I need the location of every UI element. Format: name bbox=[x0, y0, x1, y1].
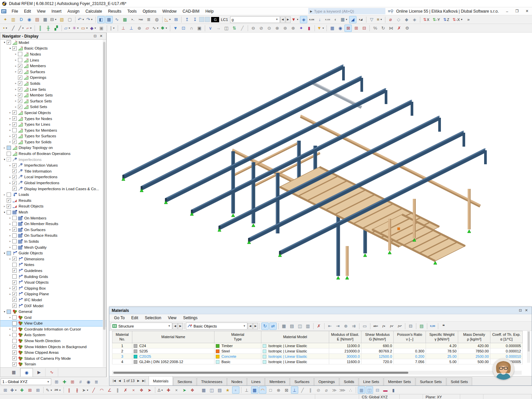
tree-checkbox[interactable]: ✓ bbox=[12, 140, 17, 144]
member-hinge[interactable]: ⊚ bbox=[136, 25, 143, 32]
tree-checkbox[interactable]: ✓ bbox=[12, 292, 17, 296]
view-z-button[interactable]: ⇅Z bbox=[442, 16, 451, 23]
mirror-objects[interactable]: ⋈ bbox=[387, 25, 395, 32]
tree-item-solids[interactable]: ▸✓Solids bbox=[0, 80, 106, 86]
tree-checkbox[interactable]: ✓ bbox=[18, 87, 22, 91]
tree-item-loads[interactable]: ▸Loads bbox=[0, 192, 106, 198]
pin-tool[interactable]: ▮ bbox=[306, 25, 313, 32]
tree-item-building-grids[interactable]: Building Grids bbox=[0, 274, 106, 280]
snap-dots[interactable]: ∴ bbox=[347, 386, 354, 394]
rename-cell[interactable]: ab= bbox=[372, 323, 379, 330]
workplane-grid[interactable]: ⊞ bbox=[53, 378, 60, 385]
structure-combo[interactable]: Structure▼ bbox=[111, 323, 172, 330]
tree-checkbox[interactable]: ✓ bbox=[12, 134, 17, 138]
column-header[interactable]: Poisson's Ratioν [--] bbox=[394, 331, 426, 343]
formula-all[interactable]: ƒx* bbox=[396, 323, 403, 330]
new-window[interactable]: ▭ bbox=[361, 323, 368, 330]
tree-checkbox[interactable]: ✓ bbox=[12, 227, 17, 232]
view-minus-x-button[interactable]: ⇅-X▼ bbox=[451, 16, 464, 23]
snap-intersection[interactable]: ✗ bbox=[122, 386, 129, 394]
show-loads[interactable]: ◈ bbox=[300, 16, 307, 23]
redo[interactable]: ↷▼ bbox=[86, 16, 94, 23]
tree-checkbox[interactable]: ✓ bbox=[12, 362, 17, 366]
tree-item-notes[interactable]: Notes bbox=[0, 262, 106, 268]
insert-stamp-up[interactable]: ↥ bbox=[183, 16, 191, 23]
building-model[interactable]: ▦▼ bbox=[340, 16, 348, 23]
column-header[interactable]: Material Name bbox=[132, 331, 214, 343]
menu-tools[interactable]: Tools bbox=[124, 8, 140, 15]
tree-checkbox[interactable] bbox=[12, 263, 17, 267]
tree-checkbox[interactable]: ✓ bbox=[12, 257, 17, 261]
navigator-close-button[interactable]: ✕ bbox=[98, 34, 104, 38]
snap-add-green[interactable]: ✚ bbox=[18, 386, 26, 394]
column-header[interactable]: Material Model bbox=[261, 331, 329, 343]
table-tab-solid-sets[interactable]: Solid Sets bbox=[447, 377, 472, 385]
minimize-button[interactable]: – bbox=[502, 8, 512, 15]
tree-item-types-for-members[interactable]: ▸Types for Members bbox=[0, 127, 106, 133]
tree-checkbox[interactable]: ✓ bbox=[12, 110, 17, 115]
import-table[interactable]: ⇤ bbox=[326, 323, 333, 330]
cursor-tool[interactable]: ▮ bbox=[390, 386, 397, 394]
tree-checkbox[interactable]: ✓ bbox=[18, 81, 22, 85]
snap-slash[interactable]: ╱ bbox=[299, 386, 306, 394]
printout-report[interactable]: ▢ bbox=[66, 16, 73, 23]
sync-selection[interactable]: ↻ bbox=[261, 323, 269, 330]
tree-checkbox[interactable]: ✓ bbox=[18, 99, 22, 103]
tree-item-guide-objects[interactable]: ▾Guide Objects bbox=[0, 250, 106, 256]
tree-item-result-objects[interactable]: ▸✓Result Objects bbox=[0, 203, 106, 209]
column-header[interactable]: MaterialType bbox=[214, 331, 261, 343]
tree-checkbox[interactable] bbox=[18, 58, 22, 62]
filter-load-cases[interactable]: ▼▼ bbox=[291, 16, 300, 23]
material-row-2[interactable]: 2S235SteelIsotropic | Linear Elastic2100… bbox=[112, 348, 523, 354]
show-load-arrows[interactable]: ↓ bbox=[316, 16, 323, 23]
member-result-diagram[interactable]: ∨ bbox=[207, 25, 214, 32]
tree-item-ifc-model[interactable]: ✓IFC Model bbox=[0, 297, 106, 303]
add-generated-table[interactable]: ⊞ bbox=[172, 16, 180, 23]
navigator-results-tab[interactable]: ∿ bbox=[46, 368, 58, 376]
isometric-view-2[interactable]: ◆ bbox=[403, 16, 410, 23]
insert-visual-object[interactable]: ▣ bbox=[98, 25, 105, 32]
tree-checkbox[interactable] bbox=[12, 239, 17, 243]
tree-checkbox[interactable] bbox=[7, 193, 11, 197]
camera-box[interactable]: ◫ bbox=[223, 25, 230, 32]
tree-checkbox[interactable]: ✓ bbox=[18, 69, 22, 74]
snap-box[interactable]: ⊞ bbox=[34, 386, 42, 394]
online-models[interactable]: ◉ bbox=[26, 16, 33, 23]
tree-checkbox[interactable]: ✓ bbox=[12, 280, 17, 285]
snap-toggle[interactable]: ◉ bbox=[85, 378, 92, 385]
zoom-cancel[interactable]: ⌀ bbox=[387, 16, 394, 23]
tree-item-local-imperfections[interactable]: ▸✓Local Imperfections bbox=[0, 174, 106, 180]
tree-checkbox[interactable] bbox=[12, 321, 17, 326]
delete-objects[interactable]: ✗ bbox=[395, 25, 403, 32]
pager-last-button[interactable]: ▶| bbox=[141, 379, 147, 382]
script-console[interactable]: >sc bbox=[137, 16, 145, 23]
tree-checkbox[interactable] bbox=[18, 52, 22, 56]
tree-item-on-surface-results[interactable]: ▸On Surface Results bbox=[0, 233, 106, 239]
snap-not-parallel[interactable]: ∦ bbox=[73, 386, 81, 394]
nodal-support[interactable]: ⊥ bbox=[120, 25, 127, 32]
tree-checkbox[interactable]: ✓ bbox=[7, 40, 11, 45]
materials-table-hscrollbar[interactable] bbox=[112, 371, 522, 375]
tree-checkbox[interactable]: ✓ bbox=[12, 116, 17, 121]
grid-settings[interactable]: # bbox=[77, 378, 84, 385]
materials-menu-selection[interactable]: Selection bbox=[142, 315, 165, 321]
tree-item-grid[interactable]: ▸Grid bbox=[0, 315, 106, 321]
tree-checkbox[interactable] bbox=[12, 216, 17, 220]
navigator-panel-toggle[interactable]: ◧ bbox=[97, 16, 105, 23]
menu-window[interactable]: Window bbox=[159, 8, 180, 15]
column-header[interactable]: Modulus of Elast.E [N/mm²] bbox=[329, 331, 361, 343]
navigator-views-tab[interactable]: ▶ bbox=[33, 368, 46, 376]
menu-results[interactable]: Results bbox=[105, 8, 124, 15]
print-graphic[interactable]: ⊟▼ bbox=[50, 16, 58, 23]
material-row-4[interactable]: 4GL24h | DIN 1052:2008-12BasicIsotropic … bbox=[112, 359, 523, 364]
tree-checkbox[interactable]: ✓ bbox=[18, 75, 22, 80]
navigator-float-button[interactable]: ⊡ bbox=[92, 34, 98, 38]
new-printout-report[interactable]: ▧ bbox=[58, 16, 66, 23]
pager-prev-button[interactable]: ◀ bbox=[117, 379, 122, 382]
material-row-3[interactable]: 3C20/25ConcreteIsotropic | Linear Elasti… bbox=[112, 354, 523, 359]
snap-delta[interactable]: ∆▼ bbox=[157, 386, 164, 394]
toolbar-overflow[interactable]: » bbox=[465, 16, 472, 23]
materials-table-vscrollbar[interactable] bbox=[527, 331, 530, 363]
objects-prev-button[interactable]: ◀ bbox=[248, 323, 253, 330]
tree-item-types-for-solids[interactable]: ▸✓Types for Solids bbox=[0, 139, 106, 145]
